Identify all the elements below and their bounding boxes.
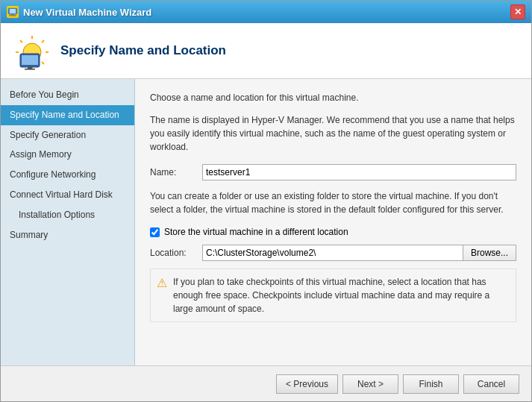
app-icon — [7, 6, 19, 18]
previous-button[interactable]: < Previous — [276, 374, 338, 394]
svg-rect-14 — [22, 55, 38, 65]
title-bar-left: New Virtual Machine Wizard — [7, 6, 151, 18]
svg-rect-1 — [10, 9, 16, 13]
svg-rect-16 — [25, 69, 35, 70]
wizard-window: New Virtual Machine Wizard ✕ — [0, 0, 532, 402]
warning-box: ⚠ If you plan to take checkpoints of thi… — [150, 268, 516, 322]
footer: < Previous Next > Finish Cancel — [1, 365, 531, 401]
svg-line-10 — [42, 62, 44, 64]
finish-button[interactable]: Finish — [403, 374, 459, 394]
svg-rect-15 — [28, 67, 32, 69]
svg-line-11 — [42, 40, 44, 43]
sidebar-item-specify-name[interactable]: Specify Name and Location — [1, 105, 134, 125]
browse-button[interactable]: Browse... — [463, 245, 516, 261]
warning-icon: ⚠ — [157, 276, 167, 290]
sidebar-item-assign-memory[interactable]: Assign Memory — [1, 145, 134, 165]
svg-rect-2 — [10, 14, 15, 16]
name-row: Name: — [150, 164, 516, 180]
location-label: Location: — [150, 248, 202, 258]
header-title: Specify Name and Location — [60, 43, 226, 58]
location-description: You can create a folder or use an existi… — [150, 189, 516, 216]
location-row: Location: Browse... — [150, 245, 516, 261]
store-location-checkbox[interactable] — [150, 227, 160, 237]
sidebar-item-specify-generation[interactable]: Specify Generation — [1, 125, 134, 145]
header-panel: Specify Name and Location — [1, 23, 531, 79]
location-input[interactable] — [202, 245, 463, 261]
warning-text: If you plan to take checkpoints of this … — [173, 275, 510, 315]
checkbox-label[interactable]: Store the virtual machine in a different… — [164, 227, 348, 237]
content-area: Before You Begin Specify Name and Locati… — [1, 79, 531, 365]
svg-line-9 — [20, 40, 22, 43]
sidebar-item-before-you-begin[interactable]: Before You Begin — [1, 85, 134, 105]
description-text: The name is displayed in Hyper-V Manager… — [150, 113, 516, 154]
sidebar-item-connect-vhd[interactable]: Connect Virtual Hard Disk — [1, 185, 134, 205]
next-button[interactable]: Next > — [342, 374, 398, 394]
intro-text: Choose a name and location for this virt… — [150, 91, 516, 104]
sidebar-item-configure-networking[interactable]: Configure Networking — [1, 165, 134, 185]
sidebar: Before You Begin Specify Name and Locati… — [1, 79, 135, 365]
main-content: Choose a name and location for this virt… — [135, 79, 531, 365]
cancel-button[interactable]: Cancel — [463, 374, 519, 394]
header-icon — [13, 33, 48, 69]
window-title: New Virtual Machine Wizard — [23, 7, 151, 18]
name-input[interactable] — [202, 164, 516, 180]
svg-rect-3 — [9, 16, 16, 16]
title-bar: New Virtual Machine Wizard ✕ — [1, 1, 531, 23]
close-button[interactable]: ✕ — [510, 4, 525, 19]
name-label: Name: — [150, 167, 202, 178]
sidebar-item-installation-options[interactable]: Installation Options — [1, 205, 134, 225]
sidebar-item-summary[interactable]: Summary — [1, 225, 134, 245]
checkbox-row: Store the virtual machine in a different… — [150, 227, 516, 237]
